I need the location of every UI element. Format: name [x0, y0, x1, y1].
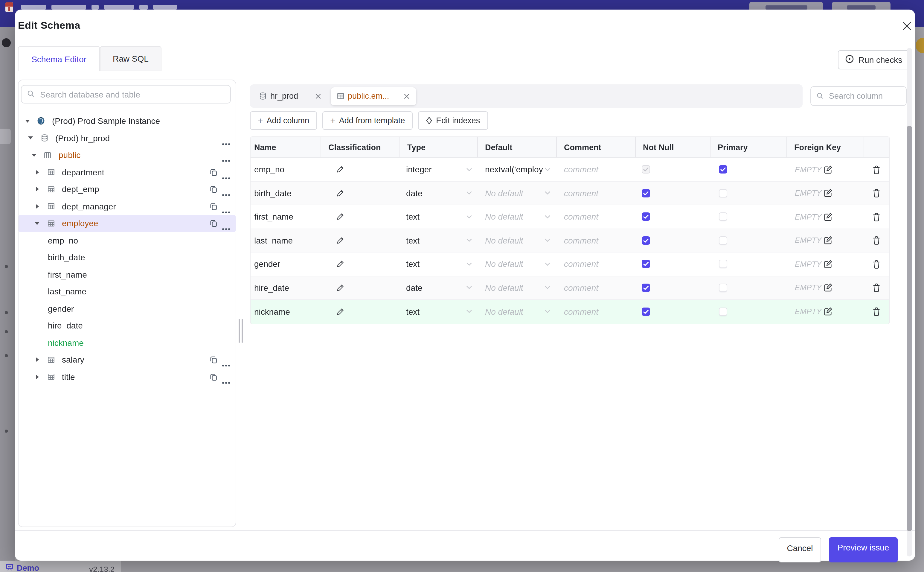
not-null-checkbox[interactable]	[642, 308, 650, 316]
default-select[interactable]: No default	[477, 276, 556, 299]
tab-close-icon[interactable]	[403, 93, 410, 99]
type-select[interactable]: date	[400, 182, 477, 205]
delete-column-button[interactable]	[864, 300, 889, 323]
primary-checkbox[interactable]	[719, 284, 727, 292]
type-select[interactable]: text	[400, 300, 477, 323]
tree-item-salary[interactable]: salary	[19, 351, 236, 368]
cancel-button[interactable]: Cancel	[779, 537, 821, 563]
type-select[interactable]: integer	[400, 158, 477, 181]
type-select[interactable]: text	[400, 205, 477, 228]
primary-checkbox[interactable]	[719, 260, 727, 268]
caret-right-icon[interactable]	[34, 169, 40, 175]
column-search-input[interactable]	[828, 91, 896, 101]
type-select[interactable]: text	[400, 252, 477, 275]
copy-icon[interactable]	[209, 373, 218, 381]
tree-item-employee[interactable]: employee	[19, 215, 236, 232]
default-select[interactable]: No default	[477, 205, 556, 228]
run-checks-button[interactable]: Run checks	[838, 50, 910, 69]
copy-icon[interactable]	[209, 202, 218, 210]
add-from-template-button[interactable]: +Add from template	[322, 111, 412, 130]
classification-edit-icon[interactable]	[336, 165, 344, 174]
column-name-cell[interactable]: emp_no	[251, 158, 321, 181]
primary-checkbox[interactable]	[719, 189, 727, 197]
tree-item-birth-date[interactable]: birth_date	[19, 249, 236, 266]
more-actions-icon[interactable]	[222, 154, 230, 156]
classification-edit-icon[interactable]	[336, 236, 344, 245]
more-actions-icon[interactable]	[222, 375, 230, 378]
caret-right-icon[interactable]	[34, 204, 40, 209]
foreign-key-edit-icon[interactable]	[823, 236, 833, 245]
tab-raw-sql[interactable]: Raw SQL	[100, 46, 161, 71]
comment-cell[interactable]: comment	[556, 229, 635, 252]
tree-item-prod-prod-sample-instance[interactable]: (Prod) Prod Sample Instance	[19, 112, 236, 129]
default-select[interactable]: No default	[477, 182, 556, 205]
not-null-checkbox[interactable]	[642, 213, 650, 221]
comment-cell[interactable]: comment	[556, 300, 635, 323]
tree-item-emp-no[interactable]: emp_no	[19, 232, 236, 249]
comment-cell[interactable]: comment	[556, 205, 635, 228]
tab-close-icon[interactable]	[315, 93, 321, 99]
foreign-key-edit-icon[interactable]	[823, 307, 833, 316]
column-name-cell[interactable]: birth_date	[251, 182, 321, 205]
more-actions-icon[interactable]	[222, 188, 230, 190]
editor-tab-hr-prod[interactable]: hr_prod	[253, 87, 327, 105]
foreign-key-edit-icon[interactable]	[823, 260, 833, 269]
dialog-close-icon[interactable]	[901, 20, 913, 32]
more-actions-icon[interactable]	[222, 358, 230, 361]
delete-column-button[interactable]	[864, 229, 889, 252]
not-null-checkbox[interactable]	[642, 236, 650, 245]
copy-icon[interactable]	[209, 185, 218, 193]
caret-down-icon[interactable]	[25, 118, 30, 124]
primary-checkbox[interactable]	[719, 308, 727, 316]
caret-down-icon[interactable]	[34, 221, 40, 226]
tree-item-department[interactable]: department	[19, 164, 236, 181]
tree-search-input[interactable]	[39, 89, 225, 99]
classification-edit-icon[interactable]	[336, 284, 344, 292]
delete-column-button[interactable]	[864, 252, 889, 275]
copy-icon[interactable]	[209, 168, 218, 176]
primary-checkbox[interactable]	[719, 165, 727, 174]
tree-item-public[interactable]: public	[19, 146, 236, 164]
more-actions-icon[interactable]	[222, 205, 230, 207]
default-select[interactable]: No default	[477, 252, 556, 275]
classification-edit-icon[interactable]	[336, 189, 344, 197]
tree-item-first-name[interactable]: first_name	[19, 266, 236, 283]
delete-column-button[interactable]	[864, 276, 889, 299]
default-select[interactable]: No default	[477, 229, 556, 252]
type-select[interactable]: date	[400, 276, 477, 299]
more-actions-icon[interactable]	[222, 171, 230, 173]
default-select[interactable]: nextval('employ	[477, 158, 556, 181]
tree-item-dept-manager[interactable]: dept_manager	[19, 198, 236, 215]
tree-item-hire-date[interactable]: hire_date	[19, 317, 236, 334]
comment-cell[interactable]: comment	[556, 182, 635, 205]
foreign-key-edit-icon[interactable]	[823, 189, 833, 198]
not-null-checkbox[interactable]	[642, 284, 650, 292]
copy-icon[interactable]	[209, 219, 218, 227]
default-select[interactable]: No default	[477, 300, 556, 323]
tree-item-dept-emp[interactable]: dept_emp	[19, 181, 236, 198]
column-name-cell[interactable]: first_name	[251, 205, 321, 228]
delete-column-button[interactable]	[864, 158, 889, 181]
tree-item-gender[interactable]: gender	[19, 300, 236, 317]
foreign-key-edit-icon[interactable]	[823, 283, 833, 292]
caret-right-icon[interactable]	[34, 357, 40, 362]
more-actions-icon[interactable]	[222, 137, 230, 139]
caret-right-icon[interactable]	[34, 187, 40, 192]
tree-item-last-name[interactable]: last_name	[19, 283, 236, 300]
primary-checkbox[interactable]	[719, 236, 727, 245]
dialog-scrollbar-thumb[interactable]	[907, 126, 912, 531]
more-actions-icon[interactable]	[222, 222, 230, 224]
foreign-key-edit-icon[interactable]	[823, 165, 833, 174]
comment-cell[interactable]: comment	[556, 252, 635, 275]
column-name-cell[interactable]: hire_date	[251, 276, 321, 299]
tab-schema-editor[interactable]: Schema Editor	[18, 46, 100, 71]
editor-tab-public-em[interactable]: public.em...	[330, 87, 416, 105]
not-null-checkbox[interactable]	[642, 189, 650, 197]
column-name-cell[interactable]: gender	[251, 252, 321, 275]
caret-down-icon[interactable]	[31, 152, 36, 158]
not-null-checkbox[interactable]	[642, 165, 650, 174]
foreign-key-edit-icon[interactable]	[823, 212, 833, 221]
tree-item-title[interactable]: title	[19, 368, 236, 385]
panel-resize-handle[interactable]	[239, 319, 243, 343]
tree-item-prod-hr-prod[interactable]: (Prod) hr_prod	[19, 129, 236, 146]
